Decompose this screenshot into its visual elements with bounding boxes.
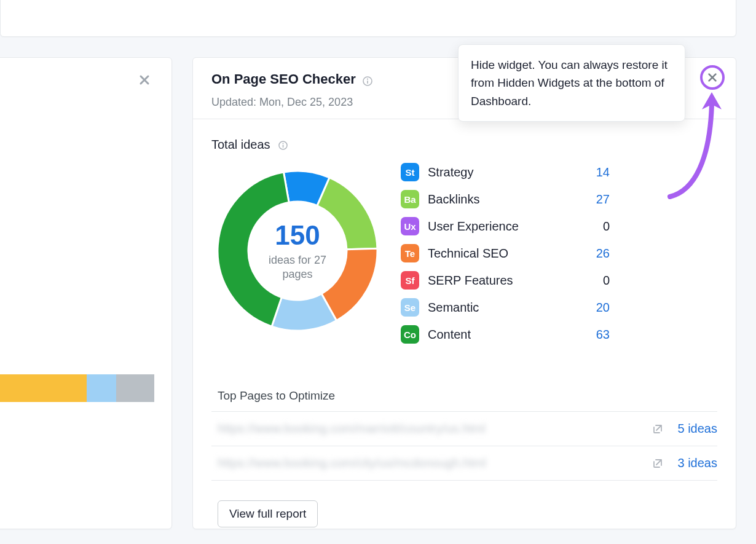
legend-value[interactable]: 27 <box>585 192 610 207</box>
page-ideas-link[interactable]: 5 ideas <box>678 422 718 436</box>
info-icon[interactable] <box>362 76 373 87</box>
legend-value[interactable]: 20 <box>585 301 610 315</box>
legend-row-backlinks[interactable]: BaBacklinks27 <box>401 190 610 208</box>
external-link-icon[interactable] <box>652 424 663 435</box>
total-ideas-label: Total ideas <box>211 138 717 152</box>
legend-name: Technical SEO <box>428 246 577 261</box>
donut-chart: 150 ideas for 27 pages <box>211 165 384 337</box>
legend-value: 0 <box>585 274 610 288</box>
svg-rect-4 <box>282 145 283 148</box>
svg-point-5 <box>282 143 283 144</box>
page-url[interactable]: https://www.booking.com/city/us/mcdonoug… <box>218 456 647 470</box>
hide-widget-tooltip: Hide widget. You can always restore it f… <box>458 44 685 122</box>
donut-center: 150 ideas for 27 pages <box>211 165 384 337</box>
top-pages-section: Top Pages to Optimize https://www.bookin… <box>193 385 736 481</box>
legend-row-semantic[interactable]: SeSemantic20 <box>401 298 610 317</box>
legend-name: Strategy <box>428 165 577 179</box>
page-row[interactable]: https://www.booking.com/marriott/country… <box>211 412 717 446</box>
left-partial-card <box>0 57 172 529</box>
left-bar-chart <box>0 374 154 402</box>
legend-badge: Te <box>401 244 419 262</box>
legend-badge: Se <box>401 298 419 317</box>
legend-row-technical-seo[interactable]: TeTechnical SEO26 <box>401 244 610 262</box>
view-full-report-button[interactable]: View full report <box>218 500 318 527</box>
pages-list: https://www.booking.com/marriott/country… <box>211 412 717 481</box>
legend-badge: Sf <box>401 271 419 290</box>
legend-name: Content <box>428 328 577 342</box>
legend-row-serp-features[interactable]: SfSERP Features0 <box>401 271 610 290</box>
svg-rect-1 <box>367 81 368 84</box>
legend-badge: St <box>401 163 419 181</box>
bar-segment-yellow <box>0 374 87 402</box>
total-ideas-text: Total ideas <box>211 138 270 151</box>
totals-row: 150 ideas for 27 pages StStrategy14BaBac… <box>211 158 717 344</box>
top-partial-card <box>0 0 736 37</box>
bar-segment-gray <box>116 374 154 402</box>
svg-point-2 <box>367 78 368 79</box>
widget-body: Total ideas 150 ideas for 27 pages StStr… <box>193 119 736 358</box>
legend-value[interactable]: 63 <box>585 328 610 342</box>
legend-value[interactable]: 14 <box>585 165 610 179</box>
legend-value: 0 <box>585 219 610 234</box>
legend-row-strategy[interactable]: StStrategy14 <box>401 163 610 181</box>
donut-value: 150 <box>275 220 320 251</box>
donut-subtext: ideas for 27 pages <box>254 253 341 282</box>
legend-name: SERP Features <box>428 274 577 288</box>
legend-row-content[interactable]: CoContent63 <box>401 325 610 344</box>
info-icon[interactable] <box>277 140 288 151</box>
top-pages-title: Top Pages to Optimize <box>211 385 717 412</box>
legend-name: Semantic <box>428 301 577 315</box>
ideas-legend: StStrategy14BaBacklinks27UxUser Experien… <box>401 158 610 344</box>
legend-value[interactable]: 26 <box>585 246 610 261</box>
legend-badge: Co <box>401 325 419 344</box>
widget-title: On Page SEO Checker <box>211 71 356 87</box>
bar-segment-blue <box>87 374 116 402</box>
external-link-icon[interactable] <box>652 458 663 469</box>
seo-checker-widget: On Page SEO Checker Updated: Mon, Dec 25… <box>192 57 736 529</box>
legend-badge: Ux <box>401 217 419 235</box>
page-row[interactable]: https://www.booking.com/city/us/mcdonoug… <box>211 446 717 481</box>
close-icon[interactable] <box>138 74 151 86</box>
legend-badge: Ba <box>401 190 419 208</box>
page-url[interactable]: https://www.booking.com/marriott/country… <box>218 422 647 436</box>
page-ideas-link[interactable]: 3 ideas <box>678 456 718 470</box>
legend-row-user-experience[interactable]: UxUser Experience0 <box>401 217 610 235</box>
legend-name: Backlinks <box>428 192 577 207</box>
legend-name: User Experience <box>428 219 577 234</box>
hide-widget-button[interactable] <box>700 65 725 90</box>
